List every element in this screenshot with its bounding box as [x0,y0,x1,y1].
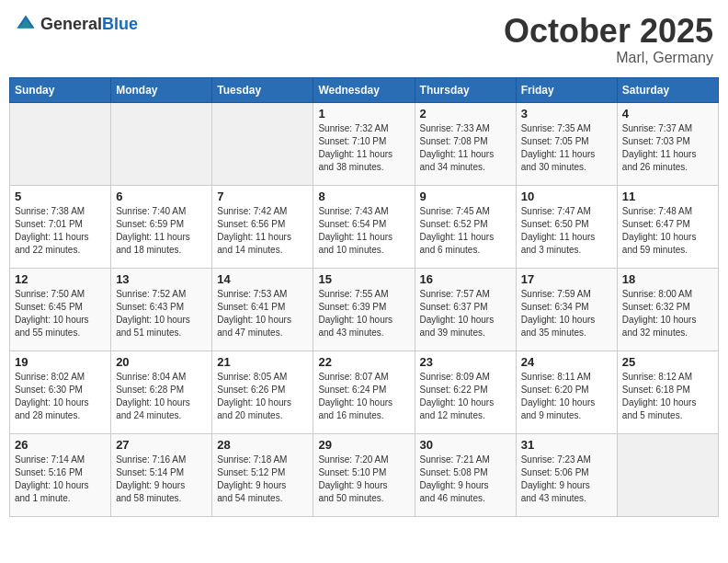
calendar-cell: 11Sunrise: 7:48 AM Sunset: 6:47 PM Dayli… [617,185,718,268]
day-number: 11 [622,190,713,203]
col-friday: Friday [516,77,617,102]
day-info: Sunrise: 7:59 AM Sunset: 6:34 PM Dayligh… [521,288,612,339]
day-number: 12 [15,272,106,286]
logo-general: General [40,15,102,33]
calendar-cell: 9Sunrise: 7:45 AM Sunset: 6:52 PM Daylig… [415,185,516,268]
calendar-cell [617,433,718,516]
calendar-cell: 20Sunrise: 8:04 AM Sunset: 6:28 PM Dayli… [111,350,212,433]
day-number: 9 [420,190,511,203]
day-info: Sunrise: 7:55 AM Sunset: 6:39 PM Dayligh… [318,288,409,339]
calendar-cell: 25Sunrise: 8:12 AM Sunset: 6:18 PM Dayli… [617,350,718,433]
day-number: 3 [521,107,612,121]
day-info: Sunrise: 7:35 AM Sunset: 7:05 PM Dayligh… [521,122,612,174]
calendar-cell: 13Sunrise: 7:52 AM Sunset: 6:43 PM Dayli… [111,268,212,350]
calendar-cell: 1Sunrise: 7:32 AM Sunset: 7:10 PM Daylig… [313,102,415,185]
calendar-cell: 3Sunrise: 7:35 AM Sunset: 7:05 PM Daylig… [516,102,617,185]
day-info: Sunrise: 7:47 AM Sunset: 6:50 PM Dayligh… [521,205,612,257]
day-info: Sunrise: 8:02 AM Sunset: 6:30 PM Dayligh… [15,371,106,422]
calendar-cell: 6Sunrise: 7:40 AM Sunset: 6:59 PM Daylig… [111,185,212,268]
day-number: 6 [116,190,207,203]
day-info: Sunrise: 7:38 AM Sunset: 7:01 PM Dayligh… [15,205,106,257]
col-saturday: Saturday [617,77,718,102]
day-number: 16 [420,272,511,286]
calendar-table: Sunday Monday Tuesday Wednesday Thursday… [9,77,719,517]
day-number: 20 [116,355,207,369]
calendar-cell: 28Sunrise: 7:18 AM Sunset: 5:12 PM Dayli… [212,433,313,516]
day-number: 1 [318,107,409,121]
day-number: 22 [318,355,409,369]
calendar-cell: 31Sunrise: 7:23 AM Sunset: 5:06 PM Dayli… [516,433,617,516]
day-info: Sunrise: 7:53 AM Sunset: 6:41 PM Dayligh… [217,288,308,339]
day-info: Sunrise: 8:05 AM Sunset: 6:26 PM Dayligh… [217,371,308,422]
col-thursday: Thursday [415,77,516,102]
month-title: October 2025 [504,13,713,50]
day-info: Sunrise: 7:43 AM Sunset: 6:54 PM Dayligh… [318,205,409,257]
day-number: 5 [15,190,106,203]
day-info: Sunrise: 8:12 AM Sunset: 6:18 PM Dayligh… [622,371,713,422]
day-number: 8 [318,190,409,203]
day-number: 25 [622,355,713,369]
week-row-1: 1Sunrise: 7:32 AM Sunset: 7:10 PM Daylig… [10,102,719,185]
day-info: Sunrise: 8:04 AM Sunset: 6:28 PM Dayligh… [116,371,207,422]
calendar-cell [212,102,313,185]
page-header: GeneralBlue October 2025 Marl, Germany [9,9,719,70]
day-info: Sunrise: 8:09 AM Sunset: 6:22 PM Dayligh… [420,371,511,422]
calendar-cell: 27Sunrise: 7:16 AM Sunset: 5:14 PM Dayli… [111,433,212,516]
calendar-cell: 17Sunrise: 7:59 AM Sunset: 6:34 PM Dayli… [516,268,617,350]
day-info: Sunrise: 7:16 AM Sunset: 5:14 PM Dayligh… [116,454,207,505]
logo: GeneralBlue [15,13,138,35]
calendar-cell: 15Sunrise: 7:55 AM Sunset: 6:39 PM Dayli… [313,268,415,350]
calendar-cell: 10Sunrise: 7:47 AM Sunset: 6:50 PM Dayli… [516,185,617,268]
day-info: Sunrise: 7:23 AM Sunset: 5:06 PM Dayligh… [521,454,612,505]
calendar-cell: 8Sunrise: 7:43 AM Sunset: 6:54 PM Daylig… [313,185,415,268]
day-number: 15 [318,272,409,286]
col-sunday: Sunday [10,77,111,102]
week-row-3: 12Sunrise: 7:50 AM Sunset: 6:45 PM Dayli… [10,268,719,350]
day-info: Sunrise: 7:37 AM Sunset: 7:03 PM Dayligh… [622,122,713,174]
location-title: Marl, Germany [504,50,713,66]
day-number: 2 [420,107,511,121]
day-number: 28 [217,438,308,452]
col-wednesday: Wednesday [313,77,415,102]
day-number: 7 [217,190,308,203]
day-number: 19 [15,355,106,369]
day-number: 18 [622,272,713,286]
day-number: 30 [420,438,511,452]
day-number: 21 [217,355,308,369]
logo-text: GeneralBlue [40,16,138,33]
day-number: 31 [521,438,612,452]
week-row-4: 19Sunrise: 8:02 AM Sunset: 6:30 PM Dayli… [10,350,719,433]
day-number: 13 [116,272,207,286]
day-number: 14 [217,272,308,286]
day-info: Sunrise: 7:40 AM Sunset: 6:59 PM Dayligh… [116,205,207,257]
day-number: 29 [318,438,409,452]
day-info: Sunrise: 8:11 AM Sunset: 6:20 PM Dayligh… [521,371,612,422]
calendar-cell: 22Sunrise: 8:07 AM Sunset: 6:24 PM Dayli… [313,350,415,433]
calendar-cell: 26Sunrise: 7:14 AM Sunset: 5:16 PM Dayli… [10,433,111,516]
day-number: 4 [622,107,713,121]
day-info: Sunrise: 7:52 AM Sunset: 6:43 PM Dayligh… [116,288,207,339]
calendar-cell: 30Sunrise: 7:21 AM Sunset: 5:08 PM Dayli… [415,433,516,516]
day-info: Sunrise: 7:21 AM Sunset: 5:08 PM Dayligh… [420,454,511,505]
day-number: 17 [521,272,612,286]
logo-blue: Blue [102,15,138,33]
calendar-cell [111,102,212,185]
day-info: Sunrise: 7:14 AM Sunset: 5:16 PM Dayligh… [15,454,106,505]
col-tuesday: Tuesday [212,77,313,102]
logo-icon [15,13,37,35]
calendar-header-row: Sunday Monday Tuesday Wednesday Thursday… [10,77,719,102]
day-number: 10 [521,190,612,203]
day-number: 24 [521,355,612,369]
day-number: 23 [420,355,511,369]
title-section: October 2025 Marl, Germany [504,13,713,66]
day-info: Sunrise: 7:50 AM Sunset: 6:45 PM Dayligh… [15,288,106,339]
day-info: Sunrise: 7:33 AM Sunset: 7:08 PM Dayligh… [420,122,511,174]
day-number: 27 [116,438,207,452]
day-info: Sunrise: 7:20 AM Sunset: 5:10 PM Dayligh… [318,454,409,505]
calendar-cell: 29Sunrise: 7:20 AM Sunset: 5:10 PM Dayli… [313,433,415,516]
calendar-cell: 12Sunrise: 7:50 AM Sunset: 6:45 PM Dayli… [10,268,111,350]
calendar-cell: 19Sunrise: 8:02 AM Sunset: 6:30 PM Dayli… [10,350,111,433]
day-number: 26 [15,438,106,452]
day-info: Sunrise: 7:45 AM Sunset: 6:52 PM Dayligh… [420,205,511,257]
calendar-cell: 5Sunrise: 7:38 AM Sunset: 7:01 PM Daylig… [10,185,111,268]
